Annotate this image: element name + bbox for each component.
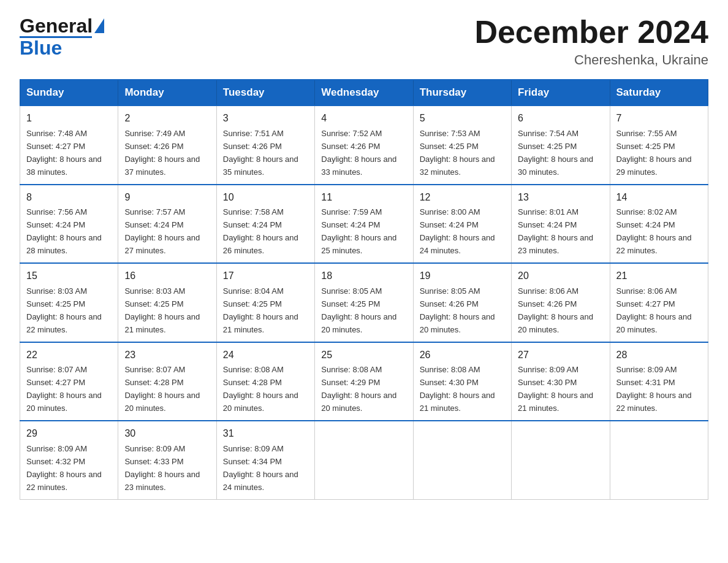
page-header: General Blue December 2024 Chereshenka, … <box>20 15 708 68</box>
day-number: 8 <box>26 190 112 205</box>
calendar-cell: 26 Sunrise: 8:08 AMSunset: 4:30 PMDaylig… <box>413 342 511 421</box>
day-info: Sunrise: 8:05 AMSunset: 4:26 PMDaylight:… <box>420 286 495 334</box>
calendar-header-row: SundayMondayTuesdayWednesdayThursdayFrid… <box>20 80 708 105</box>
logo: General Blue <box>20 15 104 58</box>
day-number: 11 <box>321 190 406 205</box>
day-number: 20 <box>518 269 603 284</box>
day-number: 18 <box>321 269 406 284</box>
calendar-header-tuesday: Tuesday <box>216 80 314 105</box>
day-number: 4 <box>321 111 406 126</box>
calendar-cell <box>315 421 413 499</box>
day-info: Sunrise: 7:49 AMSunset: 4:26 PMDaylight:… <box>124 129 200 177</box>
day-info: Sunrise: 7:59 AMSunset: 4:24 PMDaylight:… <box>321 207 396 255</box>
day-info: Sunrise: 8:09 AMSunset: 4:31 PMDaylight:… <box>616 365 692 413</box>
day-number: 26 <box>420 348 505 363</box>
calendar-cell: 1 Sunrise: 7:48 AMSunset: 4:27 PMDayligh… <box>20 105 118 184</box>
day-info: Sunrise: 7:57 AMSunset: 4:24 PMDaylight:… <box>124 207 200 255</box>
day-info: Sunrise: 8:07 AMSunset: 4:27 PMDaylight:… <box>26 365 102 413</box>
calendar-cell: 21 Sunrise: 8:06 AMSunset: 4:27 PMDaylig… <box>610 263 708 342</box>
day-info: Sunrise: 8:09 AMSunset: 4:32 PMDaylight:… <box>26 444 102 492</box>
logo-triangle-icon <box>94 18 104 33</box>
calendar-cell: 16 Sunrise: 8:03 AMSunset: 4:25 PMDaylig… <box>118 263 216 342</box>
day-info: Sunrise: 8:07 AMSunset: 4:28 PMDaylight:… <box>124 365 200 413</box>
day-info: Sunrise: 8:08 AMSunset: 4:30 PMDaylight:… <box>420 365 495 413</box>
calendar-cell: 9 Sunrise: 7:57 AMSunset: 4:24 PMDayligh… <box>118 185 216 263</box>
calendar-header-friday: Friday <box>512 80 610 105</box>
calendar-week-2: 8 Sunrise: 7:56 AMSunset: 4:24 PMDayligh… <box>20 185 708 263</box>
day-number: 27 <box>518 348 603 363</box>
day-number: 29 <box>26 426 112 442</box>
day-info: Sunrise: 8:08 AMSunset: 4:29 PMDaylight:… <box>321 365 396 413</box>
day-info: Sunrise: 7:55 AMSunset: 4:25 PMDaylight:… <box>616 129 692 177</box>
day-number: 5 <box>420 111 505 126</box>
location: Chereshenka, Ukraine <box>474 52 708 68</box>
calendar-cell: 18 Sunrise: 8:05 AMSunset: 4:25 PMDaylig… <box>315 263 413 342</box>
calendar-header-thursday: Thursday <box>413 80 511 105</box>
calendar-week-3: 15 Sunrise: 8:03 AMSunset: 4:25 PMDaylig… <box>20 263 708 342</box>
calendar-week-5: 29 Sunrise: 8:09 AMSunset: 4:32 PMDaylig… <box>20 421 708 499</box>
day-info: Sunrise: 7:53 AMSunset: 4:25 PMDaylight:… <box>420 129 495 177</box>
day-number: 24 <box>223 348 308 363</box>
calendar-cell <box>610 421 708 499</box>
title-section: December 2024 Chereshenka, Ukraine <box>474 15 708 68</box>
day-number: 31 <box>223 426 308 442</box>
day-number: 10 <box>223 190 308 205</box>
calendar-cell: 7 Sunrise: 7:55 AMSunset: 4:25 PMDayligh… <box>610 105 708 184</box>
day-number: 21 <box>616 269 702 284</box>
calendar-header-saturday: Saturday <box>610 80 708 105</box>
month-title: December 2024 <box>474 15 708 50</box>
calendar-cell <box>512 421 610 499</box>
calendar-cell: 5 Sunrise: 7:53 AMSunset: 4:25 PMDayligh… <box>413 105 511 184</box>
day-info: Sunrise: 7:52 AMSunset: 4:26 PMDaylight:… <box>321 129 396 177</box>
calendar-cell <box>413 421 511 499</box>
day-number: 12 <box>420 190 505 205</box>
day-number: 16 <box>124 269 210 284</box>
calendar-cell: 27 Sunrise: 8:09 AMSunset: 4:30 PMDaylig… <box>512 342 610 421</box>
calendar-cell: 17 Sunrise: 8:04 AMSunset: 4:25 PMDaylig… <box>216 263 314 342</box>
calendar-header-monday: Monday <box>118 80 216 105</box>
calendar-cell: 2 Sunrise: 7:49 AMSunset: 4:26 PMDayligh… <box>118 105 216 184</box>
day-number: 22 <box>26 348 112 363</box>
day-info: Sunrise: 8:01 AMSunset: 4:24 PMDaylight:… <box>518 207 593 255</box>
calendar-cell: 29 Sunrise: 8:09 AMSunset: 4:32 PMDaylig… <box>20 421 118 499</box>
calendar-cell: 24 Sunrise: 8:08 AMSunset: 4:28 PMDaylig… <box>216 342 314 421</box>
day-number: 7 <box>616 111 702 126</box>
calendar-cell: 13 Sunrise: 8:01 AMSunset: 4:24 PMDaylig… <box>512 185 610 263</box>
day-info: Sunrise: 8:09 AMSunset: 4:34 PMDaylight:… <box>223 444 298 492</box>
calendar-cell: 14 Sunrise: 8:02 AMSunset: 4:24 PMDaylig… <box>610 185 708 263</box>
day-number: 23 <box>124 348 210 363</box>
day-number: 28 <box>616 348 702 363</box>
day-info: Sunrise: 8:08 AMSunset: 4:28 PMDaylight:… <box>223 365 298 413</box>
day-info: Sunrise: 8:00 AMSunset: 4:24 PMDaylight:… <box>420 207 495 255</box>
calendar-cell: 23 Sunrise: 8:07 AMSunset: 4:28 PMDaylig… <box>118 342 216 421</box>
calendar-cell: 31 Sunrise: 8:09 AMSunset: 4:34 PMDaylig… <box>216 421 314 499</box>
calendar-cell: 8 Sunrise: 7:56 AMSunset: 4:24 PMDayligh… <box>20 185 118 263</box>
day-info: Sunrise: 8:06 AMSunset: 4:26 PMDaylight:… <box>518 286 593 334</box>
calendar-header-sunday: Sunday <box>20 80 118 105</box>
calendar-cell: 10 Sunrise: 7:58 AMSunset: 4:24 PMDaylig… <box>216 185 314 263</box>
calendar-cell: 11 Sunrise: 7:59 AMSunset: 4:24 PMDaylig… <box>315 185 413 263</box>
day-number: 6 <box>518 111 603 126</box>
day-info: Sunrise: 8:04 AMSunset: 4:25 PMDaylight:… <box>223 286 298 334</box>
day-number: 1 <box>26 111 112 126</box>
calendar-cell: 28 Sunrise: 8:09 AMSunset: 4:31 PMDaylig… <box>610 342 708 421</box>
day-info: Sunrise: 8:05 AMSunset: 4:25 PMDaylight:… <box>321 286 396 334</box>
calendar-cell: 3 Sunrise: 7:51 AMSunset: 4:26 PMDayligh… <box>216 105 314 184</box>
calendar-header-wednesday: Wednesday <box>315 80 413 105</box>
calendar-week-4: 22 Sunrise: 8:07 AMSunset: 4:27 PMDaylig… <box>20 342 708 421</box>
day-number: 25 <box>321 348 406 363</box>
day-number: 15 <box>26 269 112 284</box>
calendar-table: SundayMondayTuesdayWednesdayThursdayFrid… <box>20 79 708 499</box>
logo-blue: Blue <box>20 38 62 58</box>
day-info: Sunrise: 8:03 AMSunset: 4:25 PMDaylight:… <box>26 286 102 334</box>
day-number: 3 <box>223 111 308 126</box>
calendar-cell: 22 Sunrise: 8:07 AMSunset: 4:27 PMDaylig… <box>20 342 118 421</box>
day-number: 13 <box>518 190 603 205</box>
day-info: Sunrise: 7:56 AMSunset: 4:24 PMDaylight:… <box>26 207 102 255</box>
day-number: 17 <box>223 269 308 284</box>
calendar-week-1: 1 Sunrise: 7:48 AMSunset: 4:27 PMDayligh… <box>20 105 708 184</box>
calendar-cell: 6 Sunrise: 7:54 AMSunset: 4:25 PMDayligh… <box>512 105 610 184</box>
day-info: Sunrise: 8:09 AMSunset: 4:30 PMDaylight:… <box>518 365 593 413</box>
calendar-cell: 15 Sunrise: 8:03 AMSunset: 4:25 PMDaylig… <box>20 263 118 342</box>
day-info: Sunrise: 7:58 AMSunset: 4:24 PMDaylight:… <box>223 207 298 255</box>
